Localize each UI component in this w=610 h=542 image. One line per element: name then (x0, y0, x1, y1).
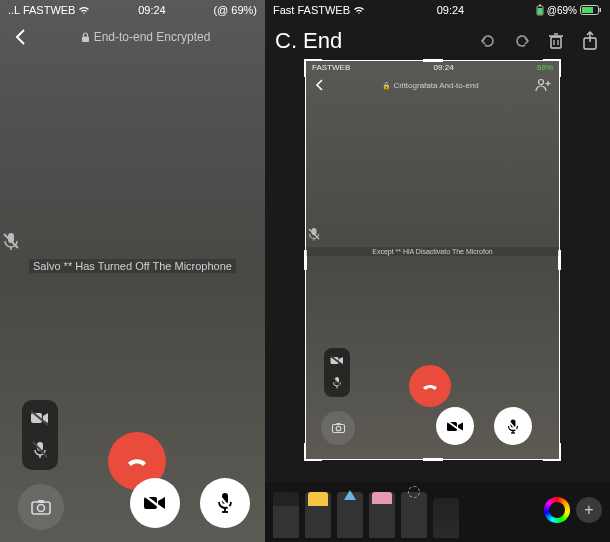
screenshot-canvas[interactable]: FASTWEB 09:24 69% 🔒 Crittografata And-to… (305, 60, 560, 460)
wifi-icon (78, 5, 90, 15)
nested-camera-button (321, 411, 355, 445)
mic-toggle-button[interactable] (200, 478, 250, 528)
encryption-label[interactable]: End-to-end Encrypted (38, 30, 253, 44)
battery-pct: (@ 69%) (213, 4, 257, 16)
svg-rect-19 (537, 8, 542, 15)
svg-rect-23 (600, 8, 602, 12)
lasso-tool[interactable] (401, 492, 427, 538)
clock: 09:24 (138, 4, 166, 16)
editor-header: C. End (265, 20, 610, 62)
nested-add-participant-icon (535, 78, 551, 92)
share-icon[interactable] (580, 31, 600, 51)
status-bar-right: Fast FASTWEB 09:24 @69% (265, 0, 610, 20)
crop-handle-bottom[interactable] (423, 458, 443, 461)
crop-handle-br[interactable] (543, 443, 561, 461)
nested-end-call-button (409, 365, 451, 407)
color-picker-icon[interactable] (544, 497, 570, 523)
secondary-controls (22, 400, 58, 470)
nested-muted-mic-icon (306, 226, 559, 242)
wifi-icon (353, 5, 365, 15)
battery-pct: @69% (547, 5, 577, 16)
markup-tool-tray: + (265, 482, 610, 542)
pencil-tool[interactable] (337, 492, 363, 538)
clock: 09:24 (437, 4, 465, 16)
crop-handle-tr[interactable] (543, 59, 561, 77)
add-tool-icon[interactable]: + (576, 497, 602, 523)
nested-call-header: 🔒 Crittografata And-to-end (306, 74, 559, 96)
svg-rect-20 (539, 5, 541, 7)
camera-switch-button[interactable] (18, 484, 64, 530)
svg-rect-0 (82, 36, 89, 42)
video-call-screen: ..L FASTWEB 09:24 (@ 69%) End-to-end Enc… (0, 0, 265, 542)
nested-muted-notice: Except ** HlA Disactivato The Microfon (306, 247, 559, 256)
svg-rect-44 (336, 423, 340, 425)
crop-handle-bl[interactable] (304, 443, 322, 461)
nested-video-toggle-button (436, 407, 474, 445)
trash-icon[interactable] (546, 31, 566, 51)
back-icon[interactable] (12, 28, 30, 46)
lock-icon (81, 32, 90, 43)
status-bar-left: ..L FASTWEB 09:24 (@ 69%) (0, 0, 265, 20)
video-off-icon[interactable] (30, 410, 50, 426)
battery-icon (536, 4, 544, 16)
battery-bar-icon (580, 5, 602, 15)
nested-secondary-controls (324, 348, 350, 397)
nested-mic-off-icon (331, 376, 343, 390)
muted-notice: Salvo ** Has Turned Off The Microphone (0, 260, 265, 272)
carrier-label: ..L FASTWEB (8, 4, 75, 16)
screenshot-editor: Fast FASTWEB 09:24 @69% C. End (265, 0, 610, 542)
carrier-label: Fast FASTWEB (273, 4, 350, 16)
svg-point-31 (539, 80, 544, 85)
mic-off-icon[interactable] (31, 440, 49, 460)
highlighter-tool[interactable] (305, 492, 331, 538)
nested-mic-toggle-button (494, 407, 532, 445)
svg-point-43 (336, 426, 341, 431)
nested-encryption-label: 🔒 Crittografata And-to-end (332, 81, 529, 90)
nested-back-icon (314, 79, 326, 91)
redo-icon[interactable] (512, 31, 532, 51)
call-header: End-to-end Encrypted (0, 20, 265, 54)
svg-rect-24 (551, 37, 561, 48)
crop-handle-tl[interactable] (304, 59, 322, 77)
eraser-tool[interactable] (369, 492, 395, 538)
svg-rect-11 (38, 500, 44, 503)
nested-status-bar: FASTWEB 09:24 69% (306, 61, 559, 74)
undo-icon[interactable] (478, 31, 498, 51)
video-toggle-button[interactable] (130, 478, 180, 528)
svg-rect-22 (582, 7, 593, 13)
editor-title: C. End (275, 28, 464, 54)
svg-point-10 (38, 505, 45, 512)
nested-video-off-icon (330, 355, 344, 366)
pen-tool[interactable] (273, 492, 299, 538)
ruler-tool[interactable] (433, 498, 459, 538)
crop-handle-top[interactable] (423, 59, 443, 62)
muted-mic-icon (0, 230, 265, 252)
